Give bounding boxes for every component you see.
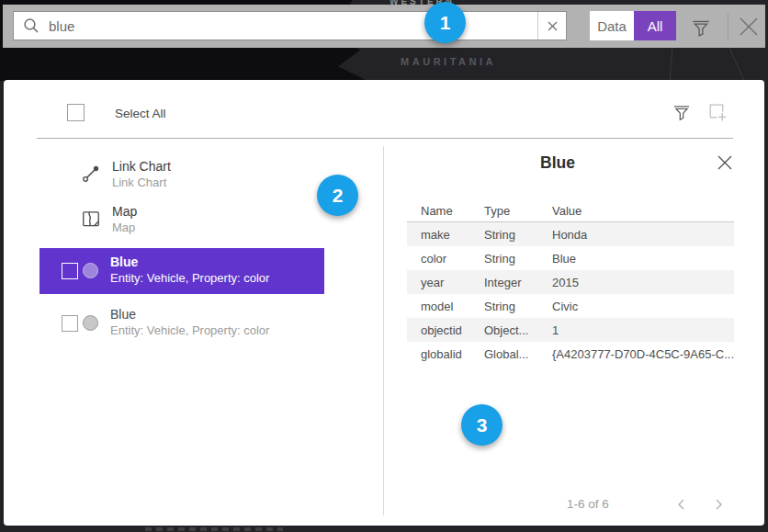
result-subtitle: Entity: Vehicle, Property: color bbox=[110, 323, 269, 338]
cell-name: globalid bbox=[421, 347, 484, 361]
search-box[interactable] bbox=[13, 11, 567, 40]
result-link-chart[interactable]: Link Chart Link Chart bbox=[40, 158, 324, 197]
select-all-checkbox[interactable] bbox=[67, 104, 85, 121]
column-value: Value bbox=[552, 204, 734, 218]
link-chart-icon bbox=[81, 164, 101, 184]
result-blue-selected[interactable]: Blue Entity: Vehicle, Property: color bbox=[40, 248, 324, 294]
cell-type: Global... bbox=[484, 347, 552, 361]
table-row: globalid Global... {A4203777-D70D-4C5C-9… bbox=[407, 342, 734, 366]
cell-value: Blue bbox=[552, 252, 734, 266]
cell-name: model bbox=[421, 300, 484, 313]
filter-results-icon[interactable] bbox=[672, 102, 692, 122]
result-title: Map bbox=[112, 204, 137, 220]
panel-vertical-divider bbox=[383, 146, 384, 515]
cell-type: String bbox=[484, 252, 552, 266]
result-blue-unselected[interactable]: Blue Entity: Vehicle, Property: color bbox=[40, 300, 324, 346]
cell-name: objectid bbox=[421, 323, 484, 337]
map-label-bottom-clipped bbox=[145, 527, 283, 531]
scope-all-button[interactable]: All bbox=[634, 11, 676, 40]
cell-value: Civic bbox=[552, 300, 734, 313]
column-name: Name bbox=[421, 204, 484, 218]
map-border-line bbox=[729, 48, 746, 84]
result-title: Blue bbox=[110, 307, 269, 323]
map-icon bbox=[81, 209, 101, 229]
filter-icon[interactable] bbox=[690, 17, 712, 39]
cell-type: Integer bbox=[484, 276, 552, 289]
cell-type: String bbox=[484, 300, 552, 313]
pagination: 1-6 of 6 bbox=[383, 495, 734, 514]
result-subtitle: Entity: Vehicle, Property: color bbox=[110, 270, 269, 286]
add-to-selection-icon[interactable] bbox=[706, 100, 728, 123]
result-map[interactable]: Map Map bbox=[40, 203, 324, 242]
entity-dot-icon bbox=[83, 263, 98, 278]
attribute-table: Name Type Value make String Honda color … bbox=[407, 200, 734, 366]
pagination-label: 1-6 of 6 bbox=[567, 497, 609, 511]
previous-page-icon[interactable] bbox=[675, 498, 688, 511]
search-results-dialog: WESTERN MAURITANIA Data All bbox=[0, 0, 768, 532]
cell-name: make bbox=[421, 228, 484, 242]
result-checkbox[interactable] bbox=[62, 263, 78, 279]
close-search-icon[interactable] bbox=[736, 14, 762, 40]
result-checkbox[interactable] bbox=[62, 315, 78, 332]
clear-search-button[interactable] bbox=[537, 12, 566, 40]
search-scope-toggle: Data All bbox=[590, 11, 676, 40]
column-type: Type bbox=[484, 204, 552, 218]
result-title: Link Chart bbox=[112, 159, 171, 175]
table-row: make String Honda bbox=[407, 222, 734, 246]
cell-value: 2015 bbox=[552, 276, 734, 289]
detail-close-icon[interactable] bbox=[716, 153, 734, 172]
toolbar-divider bbox=[728, 13, 728, 40]
cell-type: String bbox=[484, 228, 552, 242]
cell-type: Object... bbox=[484, 323, 552, 337]
search-icon bbox=[14, 17, 49, 34]
panel-header-divider bbox=[37, 138, 733, 139]
detail-title: Blue bbox=[383, 153, 732, 173]
result-title: Blue bbox=[110, 255, 269, 270]
table-row: color String Blue bbox=[407, 246, 734, 270]
callout-1: 1 bbox=[424, 2, 466, 43]
table-header-row: Name Type Value bbox=[407, 200, 734, 221]
select-all-label: Select All bbox=[115, 107, 166, 120]
table-row: objectid Object... 1 bbox=[407, 318, 734, 342]
table-row: year Integer 2015 bbox=[407, 270, 734, 294]
cell-value: 1 bbox=[552, 323, 734, 337]
table-row: model String Civic bbox=[407, 294, 734, 318]
callout-2: 2 bbox=[317, 175, 358, 216]
scope-data-button[interactable]: Data bbox=[590, 11, 634, 40]
search-toolbar: Data All bbox=[3, 5, 765, 48]
cell-value: {A4203777-D70D-4C5C-9A65-C... bbox=[552, 347, 734, 361]
map-border-line bbox=[670, 48, 673, 81]
cell-value: Honda bbox=[552, 228, 734, 242]
result-subtitle: Link Chart bbox=[112, 175, 171, 190]
callout-3: 3 bbox=[461, 404, 503, 446]
entity-dot-icon bbox=[83, 315, 98, 331]
cell-name: color bbox=[421, 252, 484, 266]
results-panel: Select All bbox=[4, 80, 764, 526]
next-page-icon[interactable] bbox=[712, 498, 725, 511]
cell-name: year bbox=[421, 276, 484, 289]
result-subtitle: Map bbox=[112, 220, 137, 235]
map-label-mauritania: MAURITANIA bbox=[366, 56, 531, 67]
